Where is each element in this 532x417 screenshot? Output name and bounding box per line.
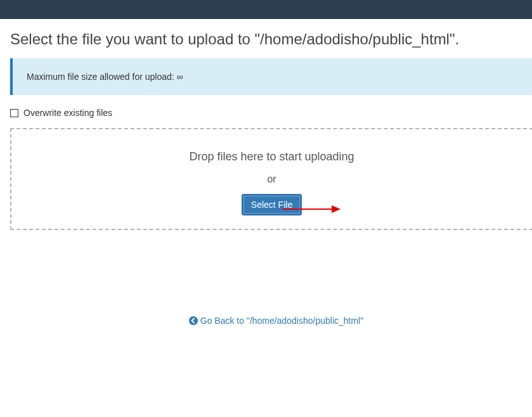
pointer-arrow-icon: [281, 200, 341, 218]
go-back-text: Go Back to "/home/adodisho/public_html": [200, 316, 363, 326]
content-area: Select the file you want to upload to "/…: [0, 19, 532, 326]
page-title: Select the file you want to upload to "/…: [10, 30, 532, 48]
info-message: Maximum file size allowed for upload: ∞: [27, 72, 183, 82]
file-dropzone[interactable]: Drop files here to start uploading or Se…: [10, 128, 532, 230]
overwrite-label[interactable]: Overwrite existing files: [23, 108, 112, 118]
overwrite-checkbox[interactable]: [10, 109, 18, 117]
arrow-left-icon: [189, 316, 198, 325]
top-bar: [0, 0, 532, 19]
go-back-link[interactable]: Go Back to "/home/adodisho/public_html": [10, 316, 532, 326]
drop-text: Drop files here to start uploading: [189, 150, 354, 164]
svg-marker-1: [332, 205, 341, 213]
svg-point-2: [189, 316, 198, 325]
overwrite-checkbox-row[interactable]: Overwrite existing files: [10, 108, 532, 118]
or-text: or: [267, 174, 276, 185]
info-box: Maximum file size allowed for upload: ∞: [10, 58, 532, 95]
